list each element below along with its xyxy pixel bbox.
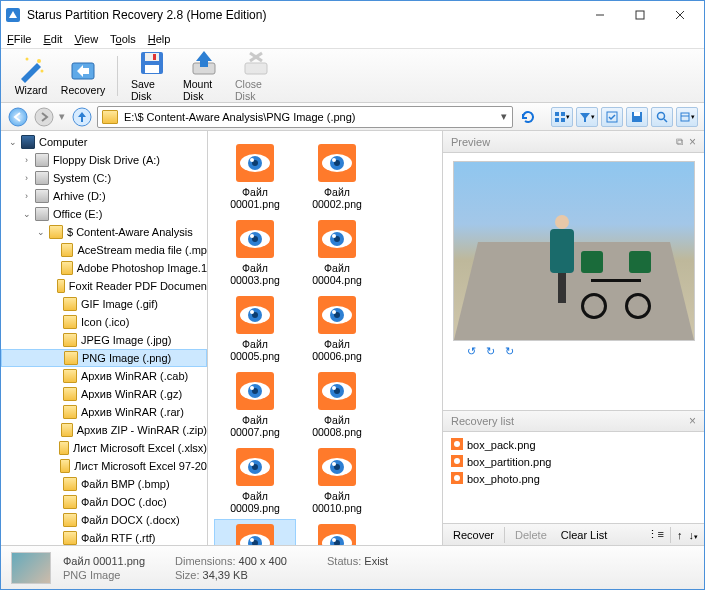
reclist-down-icon[interactable]: ↓▾ <box>689 529 699 541</box>
file-thumb[interactable]: Файл 00002.png <box>296 139 378 211</box>
folder-icon <box>63 387 77 401</box>
recovery-list[interactable]: box_pack.pngbox_partition.pngbox_photo.p… <box>443 432 704 523</box>
tree-item[interactable]: ›Floppy Disk Drive (A:) <box>1 151 207 169</box>
svg-point-18 <box>9 108 27 126</box>
drive-icon <box>35 153 49 167</box>
file-thumb[interactable]: Файл 00009.png <box>214 443 296 515</box>
expand-icon[interactable]: ⌄ <box>7 137 18 147</box>
menu-view[interactable]: View <box>74 33 98 45</box>
tree-item[interactable]: Файл DOC (.doc) <box>1 493 207 511</box>
file-thumb[interactable]: Файл 00010.png <box>296 443 378 515</box>
tree-item[interactable]: PNG Image (.png) <box>1 349 207 367</box>
drive-icon <box>35 207 49 221</box>
close-reclist-icon[interactable]: × <box>689 414 696 428</box>
save-disk-button[interactable]: Save Disk <box>128 46 176 105</box>
svg-point-8 <box>41 70 44 73</box>
rotate-right-icon[interactable]: ↻ <box>505 345 514 358</box>
rotate-left-icon[interactable]: ↺ <box>467 345 476 358</box>
recover-button[interactable]: Recover <box>449 529 498 541</box>
address-dropdown[interactable]: ▾ <box>496 110 512 123</box>
tree-item[interactable]: ›Arhive (D:) <box>1 187 207 205</box>
forward-button[interactable] <box>33 106 55 128</box>
save-disk-icon <box>138 49 166 77</box>
tree-item[interactable]: ⌄$ Content-Aware Analysis <box>1 223 207 241</box>
file-grid[interactable]: Файл 00001.pngФайл 00002.pngФайл 00003.p… <box>208 131 442 545</box>
file-thumb[interactable]: Файл 00006.png <box>296 291 378 363</box>
select-button[interactable] <box>601 107 623 127</box>
reclist-up-icon[interactable]: ↑ <box>677 529 683 541</box>
tree-item[interactable]: Файл BMP (.bmp) <box>1 475 207 493</box>
rotate-down-icon[interactable]: ↻ <box>486 345 495 358</box>
expand-icon[interactable]: › <box>21 155 32 165</box>
file-thumb[interactable]: Файл 00004.png <box>296 215 378 287</box>
tree-item[interactable]: Icon (.ico) <box>1 313 207 331</box>
file-thumb[interactable]: Файл 00003.png <box>214 215 296 287</box>
file-thumb[interactable]: Файл 00012.png <box>296 519 378 545</box>
tree-item[interactable]: Лист Microsoft Excel 97-20 <box>1 457 207 475</box>
mount-disk-icon <box>190 49 218 77</box>
file-thumb[interactable]: Файл 00005.png <box>214 291 296 363</box>
tree-item[interactable]: ⌄Office (E:) <box>1 205 207 223</box>
tree-item[interactable]: Файл RTF (.rtf) <box>1 529 207 545</box>
tree-item[interactable]: Архив ZIP - WinRAR (.zip) <box>1 421 207 439</box>
file-thumb[interactable]: Файл 00001.png <box>214 139 296 211</box>
menu-tools[interactable]: Tools <box>110 33 136 45</box>
wizard-button[interactable]: Wizard <box>7 52 55 99</box>
expand-icon[interactable]: › <box>21 191 32 201</box>
expand-icon[interactable]: ⌄ <box>21 209 32 219</box>
tree-item[interactable]: Архив WinRAR (.gz) <box>1 385 207 403</box>
back-button[interactable] <box>7 106 29 128</box>
close-button[interactable] <box>660 2 700 28</box>
menu-edit[interactable]: Edit <box>43 33 62 45</box>
file-thumb[interactable]: Файл 00008.png <box>296 367 378 439</box>
menu-file[interactable]: FFileFile <box>7 33 31 45</box>
tree-item[interactable]: Лист Microsoft Excel (.xlsx) <box>1 439 207 457</box>
recovery-item[interactable]: box_pack.png <box>451 436 696 453</box>
svg-point-71 <box>332 386 336 390</box>
clear-list-button[interactable]: Clear List <box>557 529 611 541</box>
titlebar: Starus Partition Recovery 2.8 (Home Edit… <box>1 1 704 29</box>
recovery-item[interactable]: box_photo.png <box>451 470 696 487</box>
address-input[interactable]: E:\$ Content-Aware Analysis\PNG Image (.… <box>97 106 513 128</box>
tree-item[interactable]: AceStream media file (.mp <box>1 241 207 259</box>
tree-item[interactable]: Foxit Reader PDF Documen <box>1 277 207 295</box>
options-button[interactable]: ▾ <box>676 107 698 127</box>
svg-point-36 <box>250 158 254 162</box>
expand-icon[interactable]: ⌄ <box>35 227 46 237</box>
menu-help[interactable]: Help <box>148 33 171 45</box>
recovery-item[interactable]: box_partition.png <box>451 453 696 470</box>
tree-item[interactable]: ⌄Computer <box>1 133 207 151</box>
minimize-button[interactable] <box>580 2 620 28</box>
svg-point-61 <box>332 310 336 314</box>
tree-item[interactable]: JPEG Image (.jpg) <box>1 331 207 349</box>
save-button[interactable] <box>626 107 648 127</box>
refresh-button[interactable] <box>517 106 539 128</box>
recovery-toolbar: Recover Delete Clear List ⋮≡ ↑ ↓▾ <box>443 523 704 545</box>
toolbar: Wizard Recovery Save Disk Mount Disk Clo… <box>1 49 704 103</box>
close-preview-icon[interactable]: × <box>689 135 696 149</box>
up-button[interactable] <box>71 106 93 128</box>
popout-icon[interactable]: ⧉ <box>676 136 683 148</box>
maximize-button[interactable] <box>620 2 660 28</box>
tree-item[interactable]: Adobe Photoshop Image.1 <box>1 259 207 277</box>
view-button[interactable]: ▾ <box>551 107 573 127</box>
svg-point-46 <box>250 234 254 238</box>
reclist-options-icon[interactable]: ⋮≡ <box>647 528 664 541</box>
file-name: Файл 00004.png <box>299 262 375 286</box>
tree-item[interactable]: Архив WinRAR (.cab) <box>1 367 207 385</box>
file-thumb[interactable]: Файл 00007.png <box>214 367 296 439</box>
search-button[interactable] <box>651 107 673 127</box>
mount-disk-button[interactable]: Mount Disk <box>180 46 228 105</box>
tree-pane[interactable]: ⌄Computer›Floppy Disk Drive (A:)›System … <box>1 131 208 545</box>
file-thumb[interactable]: Файл 00011.png <box>214 519 296 545</box>
recovery-button[interactable]: Recovery <box>59 52 107 99</box>
expand-icon[interactable]: › <box>21 173 32 183</box>
tree-item[interactable]: Файл DOCX (.docx) <box>1 511 207 529</box>
nav-dropdown[interactable]: ▾ <box>59 110 67 123</box>
folder-icon <box>61 243 73 257</box>
tree-item[interactable]: ›System (C:) <box>1 169 207 187</box>
tree-item[interactable]: Архив WinRAR (.rar) <box>1 403 207 421</box>
tree-item[interactable]: GIF Image (.gif) <box>1 295 207 313</box>
svg-point-51 <box>332 234 336 238</box>
filter-button[interactable]: ▾ <box>576 107 598 127</box>
